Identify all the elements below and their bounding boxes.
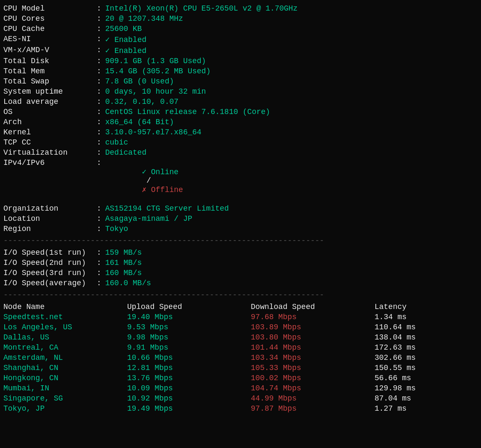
network-row: Los Angeles, US 9.53 Mbps 103.89 Mbps 11… (3, 322, 478, 332)
network-latency: 110.64 ms (375, 322, 478, 332)
network-upload: 9.53 Mbps (127, 322, 251, 332)
network-upload: 10.66 Mbps (127, 353, 251, 363)
io-run1-row: I/O Speed(1st run) : 159 MB/s (3, 248, 478, 258)
network-node: Speedtest.net (3, 312, 127, 322)
network-row: Amsterdam, NL 10.66 Mbps 103.34 Mbps 302… (3, 353, 478, 363)
io-run2-label: I/O Speed(2nd run) (3, 258, 97, 268)
network-node: Montreal, CA (3, 342, 127, 353)
network-download: 100.02 Mbps (251, 373, 375, 383)
vm-amd-label: VM-x/AMD-V (3, 45, 97, 56)
total-mem-value: 15.4 GB (305.2 MB Used) (105, 66, 478, 76)
network-latency: 172.63 ms (375, 342, 478, 353)
virt-label: Virtualization (3, 147, 97, 158)
os-label: OS (3, 107, 97, 117)
vm-amd-row: VM-x/AMD-V : ✓ Enabled (3, 45, 478, 56)
total-mem-row: Total Mem : 15.4 GB (305.2 MB Used) (3, 66, 478, 76)
col-node-header: Node Name (3, 302, 127, 312)
network-upload: 10.09 Mbps (127, 383, 251, 393)
io-run1-label: I/O Speed(1st run) (3, 248, 97, 258)
network-latency: 56.66 ms (375, 373, 478, 383)
divider-2: ----------------------------------------… (3, 291, 478, 299)
network-latency: 87.04 ms (375, 393, 478, 403)
arch-row: Arch : x86_64 (64 Bit) (3, 117, 478, 127)
network-node: Los Angeles, US (3, 322, 127, 332)
os-value: CentOS Linux release 7.6.1810 (Core) (105, 107, 478, 117)
kernel-value: 3.10.0-957.el7.x86_64 (105, 127, 478, 137)
load-value: 0.32, 0.10, 0.07 (105, 97, 478, 107)
col-latency-header: Latency (375, 302, 478, 312)
load-row: Load average : 0.32, 0.10, 0.07 (3, 97, 478, 107)
location-row: Location : Asagaya-minami / JP (3, 214, 478, 224)
cpu-cache-label: CPU Cache (3, 24, 97, 34)
network-header-row: Node Name Upload Speed Download Speed La… (3, 302, 478, 312)
region-row: Region : Tokyo (3, 224, 478, 234)
network-download: 103.34 Mbps (251, 353, 375, 363)
ipv4-value: ✓ Online (142, 168, 178, 176)
network-row: Montreal, CA 9.91 Mbps 101.44 Mbps 172.6… (3, 342, 478, 353)
network-latency: 302.66 ms (375, 353, 478, 363)
total-disk-value: 909.1 GB (1.3 GB Used) (105, 56, 478, 66)
network-node: Shanghai, CN (3, 363, 127, 373)
cpu-cache-row: CPU Cache : 25600 KB (3, 24, 478, 34)
network-upload: 19.49 Mbps (127, 403, 251, 414)
network-node: Mumbai, IN (3, 383, 127, 393)
network-latency: 138.04 ms (375, 332, 478, 342)
kernel-label: Kernel (3, 127, 97, 137)
network-upload: 19.40 Mbps (127, 312, 251, 322)
kernel-row: Kernel : 3.10.0-957.el7.x86_64 (3, 127, 478, 137)
io-run2-value: 161 MB/s (105, 258, 478, 268)
network-node: Singapore, SG (3, 393, 127, 403)
cpu-cores-label: CPU Cores (3, 14, 97, 24)
network-upload: 12.81 Mbps (127, 363, 251, 373)
network-upload: 13.76 Mbps (127, 373, 251, 383)
virt-row: Virtualization : Dedicated (3, 147, 478, 158)
network-download: 103.80 Mbps (251, 332, 375, 342)
system-info-table: CPU Model : Intel(R) Xeon(R) CPU E5-2650… (3, 3, 478, 234)
network-row: Hongkong, CN 13.76 Mbps 100.02 Mbps 56.6… (3, 373, 478, 383)
network-row: Tokyo, JP 19.49 Mbps 97.87 Mbps 1.27 ms (3, 403, 478, 414)
location-label: Location (3, 214, 97, 224)
io-speed-table: I/O Speed(1st run) : 159 MB/s I/O Speed(… (3, 248, 478, 288)
cpu-model-value: Intel(R) Xeon(R) CPU E5-2650L v2 @ 1.70G… (105, 3, 478, 14)
ipv-value: ✓ Online / ✗ Offline (105, 158, 478, 203)
arch-label: Arch (3, 117, 97, 127)
virt-value: Dedicated (105, 147, 478, 158)
network-download: 104.74 Mbps (251, 383, 375, 393)
network-node: Hongkong, CN (3, 373, 127, 383)
network-download: 97.87 Mbps (251, 403, 375, 414)
network-upload: 10.92 Mbps (127, 393, 251, 403)
vm-amd-value: ✓ Enabled (105, 45, 478, 56)
io-avg-label: I/O Speed(average) (3, 278, 97, 288)
tcp-cc-row: TCP CC : cubic (3, 137, 478, 147)
network-download: 103.89 Mbps (251, 322, 375, 332)
cpu-cores-row: CPU Cores : 20 @ 1207.348 MHz (3, 14, 478, 24)
network-row: Shanghai, CN 12.81 Mbps 105.33 Mbps 150.… (3, 363, 478, 373)
cpu-model-row: CPU Model : Intel(R) Xeon(R) CPU E5-2650… (3, 3, 478, 14)
network-download: 101.44 Mbps (251, 342, 375, 353)
network-latency: 150.55 ms (375, 363, 478, 373)
tcp-cc-label: TCP CC (3, 137, 97, 147)
org-value: AS152194 CTG Server Limited (105, 203, 478, 214)
total-mem-label: Total Mem (3, 66, 97, 76)
total-disk-label: Total Disk (3, 56, 97, 66)
io-run1-value: 159 MB/s (105, 248, 478, 258)
divider-1: ----------------------------------------… (3, 237, 478, 245)
uptime-label: System uptime (3, 86, 97, 97)
network-latency: 1.34 ms (375, 312, 478, 322)
io-run2-row: I/O Speed(2nd run) : 161 MB/s (3, 258, 478, 268)
aes-ni-value: ✓ Enabled (105, 34, 478, 45)
cpu-cache-value: 25600 KB (105, 24, 478, 34)
network-row: Speedtest.net 19.40 Mbps 97.68 Mbps 1.34… (3, 312, 478, 322)
cpu-model-label: CPU Model (3, 3, 97, 14)
col-download-header: Download Speed (251, 302, 375, 312)
uptime-value: 0 days, 10 hour 32 min (105, 86, 478, 97)
ipv-label: IPv4/IPv6 (3, 158, 97, 203)
network-download: 105.33 Mbps (251, 363, 375, 373)
total-swap-value: 7.8 GB (0 Used) (105, 76, 478, 86)
network-download: 97.68 Mbps (251, 312, 375, 322)
io-avg-row: I/O Speed(average) : 160.0 MB/s (3, 278, 478, 288)
region-value: Tokyo (105, 224, 478, 234)
ipv-row: IPv4/IPv6 : ✓ Online / ✗ Offline (3, 158, 478, 203)
uptime-row: System uptime : 0 days, 10 hour 32 min (3, 86, 478, 97)
aes-ni-row: AES-NI : ✓ Enabled (3, 34, 478, 45)
